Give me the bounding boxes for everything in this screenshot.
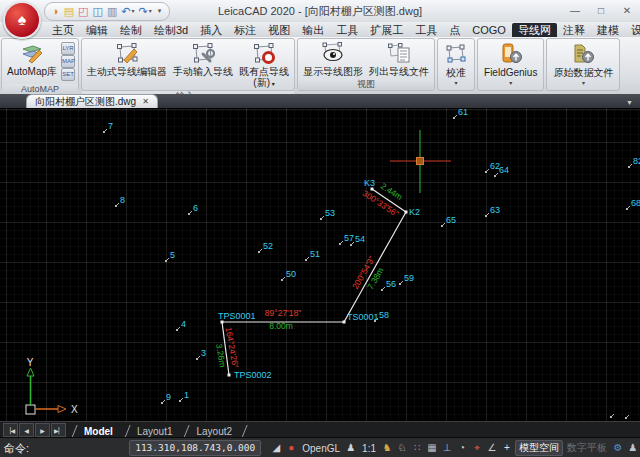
survey-point-marker[interactable] xyxy=(165,258,169,262)
ribbon-tab-8[interactable]: 工具 xyxy=(330,23,364,37)
drawing-svg[interactable]: 7865525153575461626463658268504391565958… xyxy=(0,108,640,421)
survey-point-marker[interactable] xyxy=(305,257,309,261)
survey-point-marker[interactable] xyxy=(381,287,385,291)
ribbon-tab-12[interactable]: COGO xyxy=(466,23,512,37)
dyn-input-icon[interactable]: + xyxy=(500,439,514,457)
document-tab-close-icon[interactable]: ✕ xyxy=(142,97,149,106)
ribbon-tab-14[interactable]: 注释 xyxy=(557,23,591,37)
station-node[interactable] xyxy=(228,374,231,377)
polar-icon[interactable]: ◔ xyxy=(455,439,469,457)
ribbon-tab-5[interactable]: 标注 xyxy=(228,23,262,37)
document-tab-overflow-icon[interactable]: ▼ xyxy=(626,99,640,108)
snap-icon[interactable]: ∷ xyxy=(410,439,424,457)
survey-point-marker[interactable] xyxy=(399,281,403,285)
automap-small-button-2[interactable]: MAP xyxy=(61,55,75,68)
survey-point-marker[interactable] xyxy=(281,277,285,281)
model-space-label[interactable]: 模型空间 xyxy=(515,440,563,456)
opengl-label[interactable]: OpenGL xyxy=(299,443,343,454)
user-icon[interactable]: ♟ xyxy=(626,439,640,457)
ribbon-tab-7[interactable]: 输出 xyxy=(296,23,330,37)
undo-icon[interactable]: ↶▾ xyxy=(121,6,134,17)
layout-nav-button-1[interactable]: ◀ xyxy=(19,423,34,437)
manual-traverse-button[interactable]: 手动输入导线 xyxy=(170,40,236,90)
otrack-icon[interactable]: ∠ xyxy=(485,439,499,457)
close-button[interactable]: ✕ xyxy=(614,1,640,21)
app-logo-icon[interactable]: ♠ xyxy=(3,1,41,39)
layout-tab-Model[interactable]: Model xyxy=(71,424,124,438)
automap-small-button-3[interactable]: SET xyxy=(61,68,75,81)
survey-point-marker[interactable] xyxy=(161,400,165,404)
open-file-icon[interactable]: ◰ xyxy=(78,6,88,17)
calibrate-button[interactable]: 校准 ▾ xyxy=(440,40,472,89)
survey-point-marker[interactable] xyxy=(494,173,498,177)
annotation-toggle-icon[interactable]: ● xyxy=(284,439,298,457)
survey-point-marker[interactable] xyxy=(339,241,343,245)
traverse-segment[interactable] xyxy=(344,212,406,322)
survey-point-marker[interactable] xyxy=(188,211,192,215)
ribbon-tab-2[interactable]: 绘制 xyxy=(114,23,148,37)
annotation-auto-icon[interactable]: ♘ xyxy=(395,439,409,457)
minimize-button[interactable]: — xyxy=(562,1,588,21)
settings-icon[interactable]: ⚙ xyxy=(611,439,625,457)
layout-tab-Layout2[interactable]: Layout2 xyxy=(183,424,243,438)
qat-overflow-icon[interactable]: ▾ xyxy=(158,7,162,15)
ribbon-tab-9[interactable]: 扩展工 xyxy=(364,23,409,37)
station-node[interactable] xyxy=(405,211,408,214)
survey-point-marker[interactable] xyxy=(453,115,457,119)
redo-icon[interactable]: ↷▾ xyxy=(139,6,152,17)
survey-point-marker[interactable] xyxy=(628,164,632,168)
raw-data-file-button[interactable]: 原始数据文件 ▾ xyxy=(549,40,617,89)
save-icon[interactable]: ◫ xyxy=(92,6,102,17)
existing-points-traverse-button[interactable]: 既有点导线 (新) ▾ xyxy=(236,40,292,90)
layout-nav-button-3[interactable]: ▶▏ xyxy=(51,423,66,437)
grid-icon[interactable]: ▦ xyxy=(425,439,439,457)
new-file-icon[interactable]: ▤ xyxy=(64,6,74,17)
ribbon-tab-0[interactable]: 主页 xyxy=(46,23,80,37)
ribbon-tab-15[interactable]: 建模 xyxy=(591,23,625,37)
survey-point-marker[interactable] xyxy=(485,213,489,217)
automap-small-button-1[interactable]: LYR xyxy=(61,42,75,55)
ribbon-tab-10[interactable]: 工具 xyxy=(409,23,443,37)
traverse-editor-button[interactable]: 主动式导线编辑器 xyxy=(84,40,170,90)
annotation-scale-icon[interactable]: ♞ xyxy=(380,439,394,457)
osnap-icon[interactable]: ⌖ xyxy=(470,439,484,457)
survey-point-marker[interactable] xyxy=(176,327,180,331)
layout-nav-button-0[interactable]: ▕◀ xyxy=(3,423,18,437)
automap-library-button[interactable]: AutoMap库 xyxy=(4,40,60,83)
command-line[interactable]: 命令: xyxy=(0,441,129,456)
ribbon-tab-11[interactable]: 点 xyxy=(443,23,466,37)
walkthrough-icon[interactable]: ♟ xyxy=(344,439,358,457)
survey-point-marker[interactable] xyxy=(485,169,489,173)
list-traverse-file-button[interactable]: 列出导线文件 xyxy=(366,40,432,78)
maximize-button[interactable]: □ xyxy=(588,1,614,21)
ribbon-tab-6[interactable]: 视图 xyxy=(262,23,296,37)
scale-label[interactable]: 1:1 xyxy=(359,443,379,454)
survey-point-marker[interactable] xyxy=(610,414,614,418)
survey-point-marker[interactable] xyxy=(179,398,183,402)
survey-point-marker[interactable] xyxy=(103,129,107,133)
ribbon-tab-13[interactable]: 导线网 xyxy=(512,23,557,37)
fieldgenius-button[interactable]: FieldGenius ▾ xyxy=(480,40,541,89)
ribbon-tab-4[interactable]: 插入 xyxy=(194,23,228,37)
layout-nav-button-2[interactable]: ▶ xyxy=(35,423,50,437)
ribbon-tab-1[interactable]: 编辑 xyxy=(80,23,114,37)
mapworks-icon[interactable]: ◗ xyxy=(53,6,60,17)
layout-tab-Layout1[interactable]: Layout1 xyxy=(124,424,184,438)
tablet-label[interactable]: 数字平板 xyxy=(564,441,610,455)
document-tab[interactable]: 向阳村棚户区测图.dwg ✕ xyxy=(26,94,158,108)
survey-point-marker[interactable] xyxy=(320,216,324,220)
station-node[interactable] xyxy=(343,321,346,324)
ribbon-tab-16[interactable]: 设计 xyxy=(625,23,640,37)
survey-point-marker[interactable] xyxy=(626,206,630,210)
ucs-preview-icon[interactable]: ◢ xyxy=(269,439,283,457)
survey-point-marker[interactable] xyxy=(115,203,119,207)
survey-point-marker[interactable] xyxy=(625,415,629,419)
survey-point-marker[interactable] xyxy=(441,223,445,227)
drawing-canvas[interactable]: 7865525153575461626463658268504391565958… xyxy=(0,108,640,421)
ortho-icon[interactable]: ⊥ xyxy=(440,439,454,457)
show-traverse-graphics-button[interactable]: 显示导线图形 xyxy=(300,40,366,78)
ribbon-tab-3[interactable]: 绘制3d xyxy=(148,23,194,37)
survey-point-marker[interactable] xyxy=(258,249,262,253)
survey-point-marker[interactable] xyxy=(196,356,200,360)
plot-preview-icon[interactable]: ▥ xyxy=(107,6,117,17)
